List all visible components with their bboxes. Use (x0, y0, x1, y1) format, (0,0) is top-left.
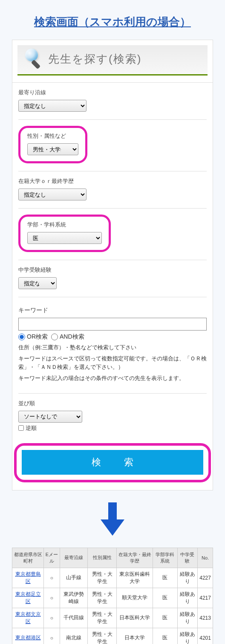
table-row: 東京都足立区○東武伊勢崎線男性・大学生順天堂大学医経験あり4217 (12, 588, 213, 608)
keyword-label: キーワード (18, 307, 207, 314)
exam-select[interactable]: 指定なし (18, 277, 57, 289)
table-header: 在籍大学・最終学歴 (117, 548, 153, 568)
or-radio[interactable] (18, 334, 25, 340)
attribute-label: 性別・属性など (27, 132, 78, 140)
table-cell: 医 (153, 628, 177, 644)
reverse-label: 逆順 (26, 424, 37, 432)
table-cell: 4213 (198, 608, 213, 628)
table-cell: 経験あり (177, 588, 198, 608)
table-cell: ○ (44, 568, 60, 588)
table-row: 東京都港区○南北線男性・大学生日本大学医経験あり4201 (12, 628, 213, 644)
table-cell: 東武伊勢崎線 (60, 588, 87, 608)
search-button-highlight: 検 索 (14, 443, 211, 482)
table-cell: 日本医科大学 (117, 608, 153, 628)
table-header: No. (198, 548, 213, 568)
table-cell: ○ (44, 628, 60, 644)
reverse-checkbox[interactable] (18, 425, 24, 431)
university-label: 在籍大学ｏｒ最終学歴 (18, 177, 207, 185)
note-3: キーワード未記入の場合はその条件のすべての先生を表示します。 (18, 374, 207, 383)
area-link[interactable]: 東京都文京区 (12, 608, 44, 628)
table-cell: 男性・大学生 (87, 588, 116, 608)
table-header: 学部学科系統 (153, 548, 177, 568)
note-2: キーワードはスペースで区切って複数指定可能です。その場合は、「ＯＲ検索」・「ＡＮ… (18, 354, 207, 371)
table-cell: 医 (153, 608, 177, 628)
results-table: 都道府県市区町村Eメール最寄沿線性別属性在籍大学・最終学歴学部学科系統中学受験N… (12, 548, 213, 644)
table-cell: 順天堂大学 (117, 588, 153, 608)
table-cell: 経験あり (177, 568, 198, 588)
or-radio-label: OR検索 (27, 333, 48, 341)
route-select[interactable]: 指定なし (18, 100, 87, 112)
table-cell: 山手線 (60, 568, 87, 588)
table-cell: 経験あり (177, 628, 198, 644)
table-cell: 男性・大学生 (87, 608, 116, 628)
sort-label: 並び順 (18, 400, 207, 407)
table-header: Eメール (44, 548, 60, 568)
table-cell: 4217 (198, 588, 213, 608)
area-link[interactable]: 東京都港区 (12, 628, 44, 644)
table-header: 最寄沿線 (60, 548, 87, 568)
search-icon (23, 49, 42, 69)
table-header: 中学受験 (177, 548, 198, 568)
university-select[interactable]: 指定なし (18, 189, 87, 200)
table-cell: 東京医科歯科大学 (117, 568, 153, 588)
hero: 先生を探す(検索) (17, 45, 208, 75)
table-row: 東京都文京区○千代田線男性・大学生日本医科大学医経験あり4213 (12, 608, 213, 628)
table-cell: 千代田線 (60, 608, 87, 628)
exam-label: 中学受験経験 (18, 266, 207, 274)
search-form-card: 先生を探す(検索) 最寄り沿線 指定なし 性別・属性など 男性・大学生 在籍大学… (12, 40, 213, 490)
attribute-select[interactable]: 男性・大学生 (27, 143, 78, 155)
page-title: 検索画面（スマホ利用の場合） (9, 15, 216, 29)
department-highlight: 学部・学科系統 医 (18, 215, 111, 252)
table-cell: 日本大学 (117, 628, 153, 644)
table-row: 東京都豊島区○山手線男性・大学生東京医科歯科大学医経験あり4227 (12, 568, 213, 588)
table-cell: ○ (44, 588, 60, 608)
arrow-down-icon (9, 502, 216, 536)
department-label: 学部・学科系統 (27, 221, 102, 229)
table-cell: 医 (153, 568, 177, 588)
table-header: 性別属性 (87, 548, 116, 568)
route-label: 最寄り沿線 (18, 89, 207, 96)
note-1: 住所（例:三鷹市）・塾名などで検索して下さい (18, 343, 207, 352)
table-cell: 経験あり (177, 608, 198, 628)
table-cell: 男性・大学生 (87, 628, 116, 644)
and-radio[interactable] (51, 334, 58, 340)
attribute-highlight: 性別・属性など 男性・大学生 (18, 126, 87, 163)
search-button[interactable]: 検 索 (22, 450, 203, 475)
table-header: 都道府県市区町村 (12, 548, 44, 568)
keyword-input[interactable] (18, 318, 207, 331)
area-link[interactable]: 東京都足立区 (12, 588, 44, 608)
results-table-wrap: 都道府県市区町村Eメール最寄沿線性別属性在籍大学・最終学歴学部学科系統中学受験N… (12, 548, 213, 644)
table-cell: ○ (44, 608, 60, 628)
area-link[interactable]: 東京都豊島区 (12, 568, 44, 588)
table-cell: 4227 (198, 568, 213, 588)
table-cell: 男性・大学生 (87, 568, 116, 588)
department-select[interactable]: 医 (27, 232, 102, 244)
table-cell: 南北線 (60, 628, 87, 644)
table-cell: 医 (153, 588, 177, 608)
table-cell: 4201 (198, 628, 213, 644)
and-radio-label: AND検索 (60, 333, 84, 341)
sort-select[interactable]: ソートなしで (18, 411, 82, 423)
hero-title: 先生を探す(検索) (48, 52, 141, 67)
